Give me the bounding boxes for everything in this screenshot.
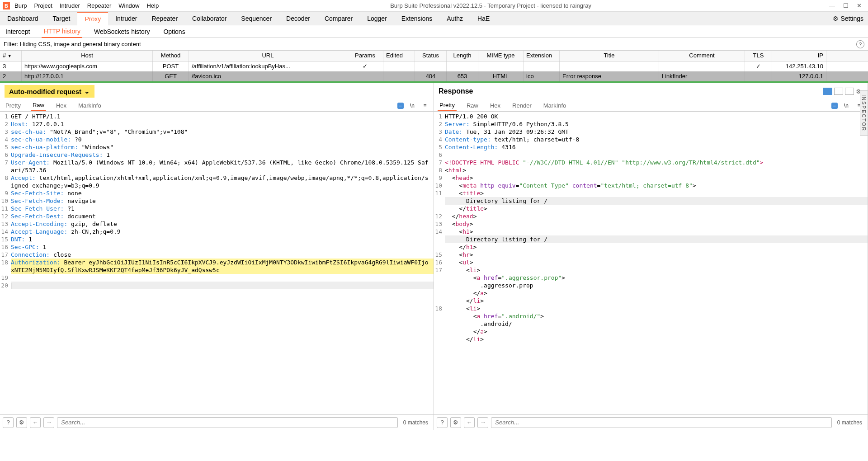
filter-text: Filter: Hiding CSS, image and general bi… — [4, 41, 856, 47]
window-title: Burp Suite Professional v2022.12.5 - Tem… — [159, 2, 823, 9]
menu-help[interactable]: Help — [146, 2, 159, 9]
tab-sequencer[interactable]: Sequencer — [234, 12, 279, 25]
subtab-websockets-history[interactable]: WebSockets history — [92, 26, 151, 38]
viewtab-raw[interactable]: Raw — [465, 100, 480, 111]
col-ip[interactable]: IP — [772, 51, 826, 61]
tab-extensions[interactable]: Extensions — [394, 12, 439, 25]
viewtab-raw[interactable]: Raw — [31, 100, 46, 111]
col-title[interactable]: Title — [560, 51, 659, 61]
app-icon: B — [3, 2, 10, 9]
subtab-options[interactable]: Options — [161, 26, 187, 38]
col-num[interactable]: # ▼ — [0, 51, 22, 61]
layout-tabs-icon[interactable] — [845, 88, 854, 95]
col-method[interactable]: Method — [153, 51, 189, 61]
table-row[interactable]: 2http://127.0.0.1GET/favicon.ico404653HT… — [0, 71, 868, 81]
tab-target[interactable]: Target — [46, 12, 78, 25]
tab-repeater[interactable]: Repeater — [144, 12, 185, 25]
help-icon[interactable]: ? — [856, 40, 864, 48]
newline-icon[interactable]: \n — [842, 102, 850, 110]
tab-proxy[interactable]: Proxy — [77, 12, 108, 25]
viewtab-hex[interactable]: Hex — [488, 100, 502, 111]
subtab-http-history[interactable]: HTTP history — [42, 25, 82, 38]
request-editor[interactable]: 1GET / HTTP/1.12Host: 127.0.0.13sec-ch-u… — [0, 112, 434, 414]
chevron-down-icon: ⌄ — [84, 87, 90, 95]
prev-icon[interactable]: ← — [30, 417, 41, 428]
tab-authz[interactable]: Authz — [439, 12, 470, 25]
response-title: Response — [439, 87, 473, 95]
tab-dashboard[interactable]: Dashboard — [0, 12, 46, 25]
request-view-tabs: PrettyRawHexMarkInfo ≡ \n ≡ — [0, 100, 434, 112]
col-url[interactable]: URL — [189, 51, 347, 61]
history-table-header: # ▼ Host Method URL Params Edited Status… — [0, 51, 868, 61]
actions-icon[interactable]: ≡ — [397, 103, 404, 109]
menubar: BurpProjectIntruderRepeaterWindowHelp — [13, 2, 159, 9]
titlebar: B BurpProjectIntruderRepeaterWindowHelp … — [0, 0, 868, 12]
next-icon[interactable]: → — [43, 417, 54, 428]
viewtab-render[interactable]: Render — [510, 100, 533, 111]
layout-columns-icon[interactable] — [823, 88, 832, 95]
tab-hae[interactable]: HaE — [470, 12, 497, 25]
settings-label: Settings — [840, 15, 863, 22]
tab-intruder[interactable]: Intruder — [108, 12, 144, 25]
search-input[interactable] — [57, 417, 398, 428]
request-title[interactable]: Auto-modified request⌄ — [5, 85, 94, 98]
request-panel: Auto-modified request⌄ PrettyRawHexMarkI… — [0, 83, 434, 430]
settings-button[interactable]: ⚙ Settings — [828, 15, 868, 22]
tab-comparer[interactable]: Comparer — [317, 12, 360, 25]
viewtab-pretty[interactable]: Pretty — [4, 100, 23, 111]
response-search-bar: ? ⚙ ← → 0 matches — [434, 414, 868, 430]
actions-icon[interactable]: ≡ — [831, 103, 838, 109]
layout-toggle[interactable] — [823, 88, 854, 95]
help-icon[interactable]: ? — [437, 417, 448, 428]
col-edited[interactable]: Edited — [383, 51, 415, 61]
maximize-icon[interactable]: ☐ — [843, 2, 849, 9]
response-view-tabs: PrettyRawHexRenderMarkInfo ≡ \n ≡ — [434, 100, 868, 112]
tab-decoder[interactable]: Decoder — [279, 12, 317, 25]
col-status[interactable]: Status — [415, 51, 447, 61]
next-icon[interactable]: → — [477, 417, 488, 428]
menu-burp[interactable]: Burp — [14, 2, 27, 9]
hamburger-icon[interactable]: ≡ — [421, 102, 429, 110]
request-search-bar: ? ⚙ ← → 0 matches — [0, 414, 434, 430]
gear-icon: ⚙ — [833, 15, 839, 22]
prev-icon[interactable]: ← — [464, 417, 475, 428]
tab-logger[interactable]: Logger — [360, 12, 394, 25]
inspector-tab[interactable]: INSPECTOR — [860, 90, 868, 136]
col-length[interactable]: Length — [447, 51, 478, 61]
minimize-icon[interactable]: — — [829, 2, 835, 9]
proxy-subtabs: InterceptHTTP historyWebSockets historyO… — [0, 25, 868, 38]
viewtab-markinfo[interactable]: MarkInfo — [542, 100, 568, 111]
col-host[interactable]: Host — [22, 51, 153, 61]
col-mime[interactable]: MIME type — [478, 51, 524, 61]
match-count: 0 matches — [401, 419, 431, 426]
viewtab-hex[interactable]: Hex — [54, 100, 68, 111]
menu-window[interactable]: Window — [118, 2, 139, 9]
match-count: 0 matches — [835, 419, 865, 426]
gear-icon[interactable]: ⚙ — [450, 417, 461, 428]
response-viewer[interactable]: 1HTTP/1.0 200 OK2Server: SimpleHTTP/0.6 … — [434, 112, 868, 414]
viewtab-pretty[interactable]: Pretty — [438, 100, 457, 111]
table-row[interactable]: 3https://www.googleapis.comPOST/affiliat… — [0, 61, 868, 71]
col-ext[interactable]: Extension — [524, 51, 560, 61]
menu-project[interactable]: Project — [34, 2, 52, 9]
history-table-body: 3https://www.googleapis.comPOST/affiliat… — [0, 61, 868, 81]
menu-repeater[interactable]: Repeater — [87, 2, 111, 9]
layout-rows-icon[interactable] — [834, 88, 843, 95]
gear-icon[interactable]: ⚙ — [16, 417, 27, 428]
response-panel: Response ⚙ PrettyRawHexRenderMarkInfo ≡ … — [434, 83, 868, 430]
col-comment[interactable]: Comment — [659, 51, 745, 61]
tab-collaborator[interactable]: Collaborator — [185, 12, 234, 25]
search-input[interactable] — [491, 417, 832, 428]
subtab-intercept[interactable]: Intercept — [4, 26, 32, 38]
filter-bar[interactable]: Filter: Hiding CSS, image and general bi… — [0, 38, 868, 51]
menu-intruder[interactable]: Intruder — [60, 2, 80, 9]
help-icon[interactable]: ? — [3, 417, 14, 428]
close-icon[interactable]: ✕ — [857, 2, 862, 9]
viewtab-markinfo[interactable]: MarkInfo — [76, 100, 103, 111]
newline-icon[interactable]: \n — [408, 102, 416, 110]
col-tls[interactable]: TLS — [745, 51, 772, 61]
col-params[interactable]: Params — [347, 51, 383, 61]
main-tabs: DashboardTargetProxyIntruderRepeaterColl… — [0, 12, 868, 25]
